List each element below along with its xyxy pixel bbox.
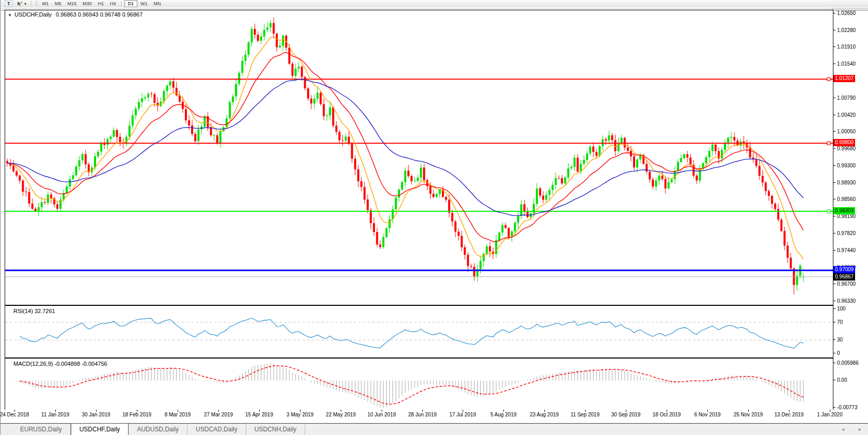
macd-axis-label: -0.00773 (837, 405, 857, 410)
price-axis-tick (833, 250, 835, 251)
date-label: 5 Aug 2019 (491, 412, 517, 417)
price-axis-label: 1.02650 (837, 10, 856, 16)
price-axis-tick (833, 13, 835, 13)
price-axis-label: 0.99680 (837, 146, 856, 151)
dropdown-caret-icon: ▼ (24, 2, 27, 6)
timeframe-button-mn[interactable]: MN (151, 1, 164, 7)
price-axis-label: 0.98560 (837, 196, 856, 202)
rsi-axis-tick (833, 308, 835, 309)
date-label: 17 Jul 2019 (449, 412, 476, 417)
macd-indicator-pane[interactable] (5, 358, 833, 410)
timeframe-buttons: M1M5M15M30H1H4D1W1MN (39, 0, 164, 7)
rsi-axis-label: 100 (837, 306, 846, 312)
price-axis-tick (833, 30, 835, 30)
date-label: 10 Jun 2019 (367, 412, 396, 417)
price-axis-tick (833, 131, 835, 132)
date-label: 1 Jan 2020 (817, 412, 843, 417)
text-tool-button[interactable]: T (5, 0, 13, 7)
current-price-tag: 0.96867 (833, 273, 855, 281)
price-axis-label: 1.01910 (837, 44, 856, 50)
mt4-window: T ▼ M1M5M15M30H1H4D1W1MN ▼USDCHF,Daily0.… (0, 0, 868, 435)
macd-axis-label: 0.005986 (837, 360, 859, 366)
timeframe-button-d1[interactable]: D1 (124, 0, 138, 7)
price-axis-label: 1.02280 (837, 27, 856, 33)
price-axis-label: 1.00050 (837, 129, 856, 134)
timeframe-button-m1[interactable]: M1 (39, 1, 52, 7)
price-axis-label: 0.96330 (837, 298, 856, 304)
date-label: 22 May 2019 (326, 412, 356, 417)
date-label: 24 Dec 2018 (0, 412, 29, 417)
toolbar-grip[interactable] (36, 1, 37, 7)
macd-axis-tick (833, 407, 835, 408)
price-axis-label: 0.97440 (837, 247, 856, 253)
chart-tab-usdcad[interactable]: USDCAD,Daily (187, 424, 246, 435)
rsi-axis-tick (833, 322, 835, 322)
cursor-tool-button[interactable]: ▼ (14, 1, 29, 7)
price-axis-tick (833, 46, 835, 47)
date-label: 11 Jan 2019 (41, 412, 69, 417)
date-label: 15 Apr 2019 (245, 412, 273, 417)
chart-symbol-label: USDCHF,Daily (14, 11, 52, 18)
tab-scroll-right-icon[interactable]: ► (858, 427, 862, 432)
chart-title: ▼USDCHF,Daily0.96863 0.96943 0.96748 0.9… (8, 11, 143, 18)
macd-plot[interactable] (5, 359, 833, 410)
collapse-triangle-icon[interactable]: ▼ (8, 13, 12, 18)
chart-tab-audusd[interactable]: AUDUSD,Daily (129, 424, 187, 435)
price-axis-label: 0.96700 (837, 281, 856, 287)
candlestick-chart[interactable] (5, 10, 833, 305)
timeframe-button-h1[interactable]: H1 (95, 1, 107, 7)
rsi-axis-tick (833, 339, 835, 340)
time-axis: 24 Dec 201811 Jan 201930 Jan 201918 Feb … (1, 410, 868, 420)
date-label: 25 Nov 2019 (734, 412, 763, 417)
price-axis-tick (833, 216, 835, 216)
toolbar-separator (31, 1, 32, 7)
price-axis-label: 1.00790 (837, 95, 856, 101)
date-label: 11 Sep 2019 (571, 412, 599, 417)
timeframe-button-m5[interactable]: M5 (52, 1, 65, 7)
rsi-axis-label: 70 (837, 319, 843, 325)
date-label: 3 May 2019 (287, 412, 313, 417)
date-label: 18 Oct 2019 (653, 412, 681, 417)
price-axis-label: 1.01540 (837, 61, 856, 67)
macd-axis-label: 0.00 (837, 377, 847, 383)
chart-tab-bar: EURUSD,DailyUSDCHF,DailyAUDUSD,DailyUSDC… (1, 423, 868, 435)
timeframe-button-w1[interactable]: W1 (137, 1, 151, 7)
rsi-axis-label: 30 (837, 337, 843, 343)
cursor-tool-icon (17, 1, 23, 7)
level-price-tag: 0.99800 (833, 139, 855, 146)
date-label: 13 Dec 2019 (775, 412, 804, 417)
price-axis-label: 1.00420 (837, 112, 856, 118)
rsi-label: RSI(14) 32.7261 (13, 308, 55, 314)
price-axis-label: 0.97820 (837, 230, 856, 236)
date-label: 18 Feb 2019 (122, 412, 151, 417)
timeframe-button-h4[interactable]: H4 (107, 1, 119, 7)
rsi-plot[interactable] (5, 306, 833, 358)
date-label: 30 Sep 2019 (611, 412, 641, 417)
date-label: 23 Aug 2019 (530, 412, 559, 417)
price-axis-tick (833, 64, 835, 64)
chart-tab-usdchf[interactable]: USDCHF,Daily (71, 423, 129, 435)
price-axis-tick (833, 98, 835, 98)
macd-axis-tick (833, 380, 835, 380)
chart-tab-usdcnh[interactable]: USDCNH,Daily (246, 424, 305, 435)
toolbar-separator (121, 1, 122, 7)
rsi-indicator-pane[interactable] (5, 305, 833, 358)
date-label: 6 Nov 2019 (694, 412, 720, 417)
price-chart-pane[interactable] (5, 10, 833, 305)
macd-label: MACD(12,26,9) -0.004898 -0.004756 (13, 361, 107, 367)
price-axis-label: 0.98930 (837, 180, 856, 185)
price-axis-tick (833, 199, 835, 199)
chart-tab-eurusd[interactable]: EURUSD,Daily (12, 424, 71, 435)
price-axis-tick (833, 284, 835, 284)
timeframe-button-m30[interactable]: M30 (80, 1, 95, 7)
date-label: 27 Mar 2019 (204, 412, 233, 417)
timeframe-button-m15[interactable]: M15 (64, 1, 80, 7)
price-axis-tick (833, 148, 835, 149)
tab-scroll-left-icon[interactable]: ◄ (841, 427, 845, 432)
price-axis-tick (833, 165, 835, 166)
price-axis-tick (833, 301, 835, 301)
price-axis-tick (833, 233, 835, 234)
rsi-axis-tick (833, 353, 835, 353)
chart-ohlc-values: 0.96863 0.96943 0.96748 0.96867 (56, 11, 143, 18)
level-price-tag: 0.97009 (833, 266, 855, 273)
